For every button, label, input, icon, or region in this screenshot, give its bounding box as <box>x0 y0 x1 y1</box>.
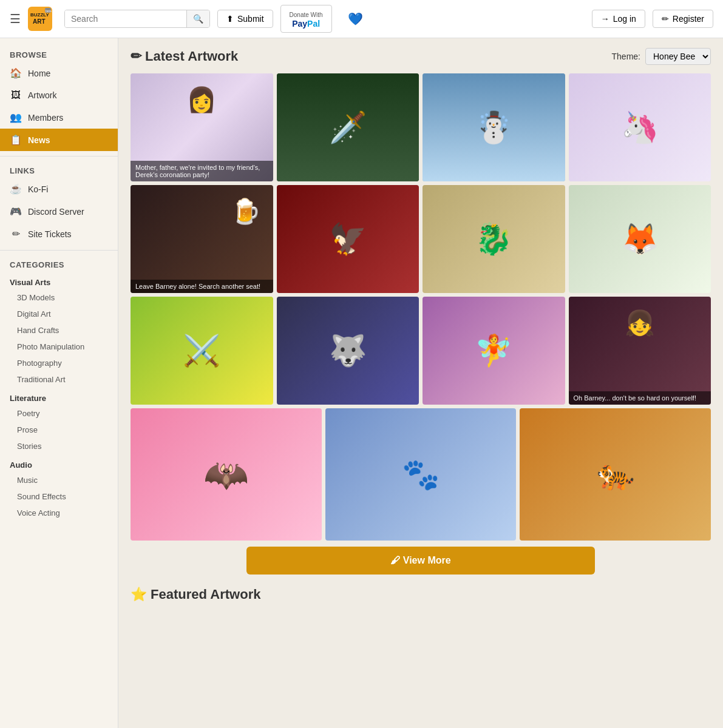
sidebar-item-discord-label: Discord Server <box>28 207 84 217</box>
sidebar-item-discord[interactable]: 🎮 Discord Server <box>0 200 118 223</box>
logo-icon: BUZZLY ART beta <box>28 7 52 31</box>
browse-section-title: Browse <box>0 46 118 62</box>
sidebar-cat-sound-effects[interactable]: Sound Effects <box>0 488 118 505</box>
links-section-title: Links <box>0 161 118 178</box>
gallery-row2: 🍺 Leave Barney alone! Search another sea… <box>131 185 711 293</box>
search-input[interactable] <box>65 10 186 27</box>
gallery-item[interactable]: 🐺 <box>277 297 419 405</box>
sidebar-item-tickets[interactable]: ✏ Site Tickets <box>0 223 118 245</box>
tickets-icon: ✏ <box>10 228 22 240</box>
sidebar-cat-photography[interactable]: Photography <box>0 355 118 371</box>
logo-link[interactable]: BUZZLY ART beta <box>28 7 52 31</box>
gallery-item[interactable]: 🗡️ <box>277 73 419 181</box>
header: ☰ BUZZLY ART beta 🔍 ⬆ Submit Donate With… <box>0 0 723 38</box>
gallery-item[interactable]: ⚔️ <box>131 297 273 405</box>
sidebar-cat-stories[interactable]: Stories <box>0 438 118 454</box>
kofi-icon: 💙 <box>348 12 363 26</box>
page-title: ✏ Latest Artwork <box>131 49 238 64</box>
featured-artwork-title: ⭐ Featured Artwork <box>131 587 711 602</box>
login-icon: → <box>601 14 609 24</box>
theme-selector-area: Theme: Honey Bee Dark Light Ocean <box>612 48 711 65</box>
news-icon: 📋 <box>10 134 22 146</box>
gallery-item[interactable]: 🦇 <box>131 408 322 541</box>
members-icon: 👥 <box>10 112 22 123</box>
hamburger-icon: ☰ <box>10 12 21 25</box>
main-content: ✏ Latest Artwork Theme: Honey Bee Dark L… <box>118 38 723 728</box>
gallery-item[interactable]: 🍺 Leave Barney alone! Search another sea… <box>131 185 273 293</box>
sidebar-item-news-label: News <box>28 135 50 145</box>
sidebar-item-news[interactable]: 📋 News <box>0 129 118 151</box>
gallery-item[interactable]: 🧚 <box>423 297 565 405</box>
audio-header: Audio <box>0 454 118 472</box>
gallery-item[interactable]: 🐉 <box>423 185 565 293</box>
sidebar-cat-voice-acting[interactable]: Voice Acting <box>0 505 118 521</box>
sidebar-item-artwork[interactable]: 🖼 Artwork <box>0 84 118 106</box>
gallery-item[interactable]: 👩 Mother, father, we're invited to my fr… <box>131 73 273 181</box>
gallery-row4: 🦇 🐾 🐅 <box>131 408 711 541</box>
svg-text:ART: ART <box>33 18 46 25</box>
gallery-caption: Leave Barney alone! Search another seat! <box>131 280 273 293</box>
hamburger-button[interactable]: ☰ <box>10 12 21 26</box>
sidebar-cat-music[interactable]: Music <box>0 472 118 488</box>
gallery-item[interactable]: 🦅 <box>277 185 419 293</box>
search-bar: 🔍 <box>64 10 210 28</box>
page-title-row: ✏ Latest Artwork Theme: Honey Bee Dark L… <box>131 48 711 65</box>
sidebar-cat-handcrafts[interactable]: Hand Crafts <box>0 322 118 339</box>
categories-section-title: Categories <box>0 255 118 272</box>
register-icon: ✏ <box>662 14 669 24</box>
theme-label: Theme: <box>612 52 640 61</box>
sidebar-item-kofi[interactable]: ☕ Ko-Fi <box>0 178 118 200</box>
register-button[interactable]: ✏ Register <box>653 10 713 28</box>
gallery-item[interactable]: ☃️ <box>423 73 565 181</box>
sidebar-cat-digital[interactable]: Digital Art <box>0 306 118 322</box>
gallery-item[interactable]: 🦄 <box>569 73 711 181</box>
gallery-caption: Mother, father, we're invited to my frie… <box>131 161 273 181</box>
discord-icon: 🎮 <box>10 206 22 217</box>
paypal-button[interactable]: Donate With PayPal <box>280 5 332 33</box>
sidebar-item-artwork-label: Artwork <box>28 90 56 100</box>
sidebar: Browse 🏠 Home 🖼 Artwork 👥 Members 📋 News… <box>0 38 118 728</box>
artwork-icon: 🖼 <box>10 90 22 101</box>
sidebar-item-members[interactable]: 👥 Members <box>0 106 118 129</box>
gallery-caption: Oh Barney... don't be so hard on yoursel… <box>569 391 711 405</box>
sidebar-divider-1 <box>0 156 118 157</box>
login-button[interactable]: → Log in <box>592 10 645 28</box>
gallery-item[interactable]: 🦊 <box>569 185 711 293</box>
theme-select[interactable]: Honey Bee Dark Light Ocean <box>645 48 711 65</box>
search-icon: 🔍 <box>193 14 203 24</box>
sidebar-item-tickets-label: Site Tickets <box>28 229 72 239</box>
sidebar-item-home-label: Home <box>28 69 50 78</box>
sidebar-item-kofi-label: Ko-Fi <box>28 184 48 194</box>
kofi-button[interactable]: 💙 <box>339 8 372 30</box>
svg-text:beta: beta <box>46 9 52 13</box>
sidebar-cat-poetry[interactable]: Poetry <box>0 405 118 422</box>
sidebar-item-members-label: Members <box>28 113 63 123</box>
layout: Browse 🏠 Home 🖼 Artwork 👥 Members 📋 News… <box>0 38 723 728</box>
svg-text:BUZZLY: BUZZLY <box>30 12 49 18</box>
sidebar-cat-prose[interactable]: Prose <box>0 422 118 438</box>
gallery-row3: ⚔️ 🐺 🧚 👧 Oh Barney... don't be so hard o… <box>131 297 711 405</box>
sidebar-cat-3d[interactable]: 3D Models <box>0 289 118 306</box>
paypal-icon: Donate With PayPal <box>290 9 323 29</box>
sidebar-cat-traditional[interactable]: Traditional Art <box>0 371 118 388</box>
submit-icon: ⬆ <box>226 14 234 24</box>
submit-button[interactable]: ⬆ Submit <box>217 10 273 28</box>
gallery-row1: 👩 Mother, father, we're invited to my fr… <box>131 73 711 181</box>
sidebar-item-home[interactable]: 🏠 Home <box>0 62 118 84</box>
gallery-item[interactable]: 👧 Oh Barney... don't be so hard on yours… <box>569 297 711 405</box>
sidebar-divider-2 <box>0 250 118 251</box>
literature-header: Literature <box>0 388 118 405</box>
visual-arts-header: Visual Arts <box>0 272 118 289</box>
search-button[interactable]: 🔍 <box>186 10 209 27</box>
gallery-item[interactable]: 🐅 <box>520 408 711 541</box>
home-icon: 🏠 <box>10 67 22 79</box>
gallery-item[interactable]: 🐾 <box>325 408 517 541</box>
view-more-button[interactable]: 🖌 View More <box>246 547 595 575</box>
sidebar-cat-photomanip[interactable]: Photo Manipulation <box>0 339 118 355</box>
kofi-sidebar-icon: ☕ <box>10 183 22 195</box>
